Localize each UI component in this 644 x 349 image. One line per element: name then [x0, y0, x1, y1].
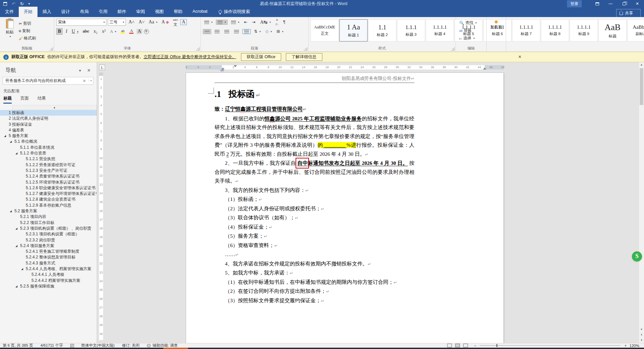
nav-close-icon[interactable]: ✕ — [87, 68, 91, 73]
style-item[interactable]: 1.1.1.1标题 8 — [541, 19, 569, 41]
page-indicator[interactable]: 第 6 页, 共 385 页 — [3, 343, 33, 348]
ribbon-tab-审阅[interactable]: 审阅 — [131, 7, 150, 17]
collapse-triangle-icon[interactable]: ◢ — [15, 243, 20, 249]
search-options-icon[interactable]: ▾ — [88, 79, 92, 82]
word-count[interactable]: 4/61711 个字 — [41, 343, 63, 348]
enclose-characters-button[interactable]: 字 — [144, 29, 149, 34]
font-size-combo[interactable]: 三号▾ — [108, 19, 126, 26]
indent-marker[interactable] — [234, 65, 237, 67]
shrink-font-button[interactable]: A˅ — [137, 19, 146, 25]
get-genuine-office-button[interactable]: 获取正版 Office — [241, 53, 281, 61]
nav-heading-item[interactable]: 5.2.4.3 服务方式 — [0, 260, 97, 266]
print-layout-icon[interactable] — [455, 344, 460, 347]
web-layout-icon[interactable] — [463, 344, 468, 347]
nav-heading-item[interactable]: ◢5.1.2 单位资质 — [0, 150, 97, 156]
font-color-button[interactable]: A — [128, 29, 135, 34]
doc-body[interactable]: 致：辽宁恒鑫源工程项目管理有限公司↵1、根据已收到的恒鑫源公司 2025 年工程… — [215, 105, 414, 305]
nav-heading-item[interactable]: ◢5.2.3 项目机构设置（框图） 、岗位职责 — [0, 226, 97, 231]
underline-button[interactable]: U▾ — [70, 28, 80, 34]
format-painter-button[interactable]: 🖌 格式刷 — [17, 35, 37, 41]
save-icon[interactable] — [3, 2, 7, 6]
replace-button[interactable]: ab替换 — [458, 27, 484, 34]
ribbon-tab-文件[interactable]: 文件 — [0, 7, 19, 17]
subscript-button[interactable]: x₂ — [92, 28, 99, 34]
nav-heading-item[interactable]: 5.1.2.7 健康安全与环境管理体系认证证书 — [0, 191, 97, 197]
style-item[interactable]: AaB标题 — [598, 19, 627, 41]
justify-button[interactable] — [233, 29, 240, 34]
shading-button[interactable]: ◇▾ — [264, 29, 273, 34]
nav-heading-item[interactable]: 2 法定代表人身份证明 — [0, 116, 97, 121]
read-mode-icon[interactable] — [447, 344, 452, 347]
distribute-button[interactable] — [242, 29, 251, 34]
nav-tab-页面[interactable]: 页面 — [20, 96, 29, 104]
learn-more-button[interactable]: 了解详细信息 — [286, 53, 322, 61]
borders-button[interactable]: ⊞▾ — [275, 29, 285, 34]
nav-heading-item[interactable]: 1 投标函 — [0, 110, 97, 116]
style-item[interactable]: AaBbCc副标题 — [627, 19, 644, 41]
nav-heading-item[interactable]: 5.2.3.2 岗位职责 — [0, 237, 97, 243]
restore-button[interactable] — [617, 0, 631, 7]
ribbon-tab-布局[interactable]: 布局 — [75, 7, 94, 17]
ribbon-tab-视图[interactable]: 视图 — [150, 7, 169, 17]
previous-page-icon[interactable]: ⇞ — [639, 332, 644, 338]
font-dialog-launcher[interactable] — [196, 47, 199, 50]
zoom-out-icon[interactable]: − — [474, 344, 476, 348]
nav-heading-item[interactable]: ◢5.2.5 服务保障措施 — [0, 283, 97, 289]
indent-marker[interactable] — [221, 68, 225, 70]
text-effects-button[interactable]: A▾ — [109, 29, 118, 34]
find-button[interactable]: 🔍查找▾ — [458, 20, 484, 26]
addin-icon[interactable] — [495, 20, 498, 23]
align-right-button[interactable] — [223, 29, 231, 34]
nav-search-input[interactable]: 劳务服务工作内容与合同价款构成 ✕ ▾ — [3, 77, 93, 85]
right-indent-marker[interactable] — [483, 68, 486, 70]
language-indicator[interactable]: 简体中文(中国大陆) — [81, 343, 115, 348]
ribbon-tab-插入[interactable]: 插入 — [37, 7, 56, 17]
style-item[interactable]: 1.1.1.1标题 7 — [512, 19, 540, 41]
track-changes-indicator[interactable]: 修订: 关闭 — [122, 343, 139, 348]
nav-heading-item[interactable]: 5.1.2.9 基本存款账户信息 — [0, 203, 97, 208]
nav-heading-item[interactable]: 5.1.2.5 环境管理体系认证证书 — [0, 180, 97, 185]
character-border-button[interactable]: A — [180, 19, 186, 25]
vertical-ruler[interactable]: 1234567891011121314151617181920212223242… — [98, 73, 104, 343]
document-page[interactable]: 朝阳县易成劳务有限公司-投标文件↵ .1投标函 ↵ 致：辽宁恒鑫源工程项目管理有… — [186, 73, 504, 343]
ribbon-tab-设计[interactable]: 设计 — [56, 7, 75, 17]
nav-heading-item[interactable]: 5.2.4.1 劳务施工管理规章制度 — [0, 249, 97, 254]
jump-to-top-bar[interactable]: ▲ — [12, 105, 97, 110]
sort-button[interactable]: AZ↓ — [274, 18, 280, 26]
nav-heading-item[interactable]: 4 偏差表 — [0, 127, 97, 133]
proofing-icon[interactable]: ✗ — [70, 344, 74, 347]
collapse-triangle-icon[interactable]: ◢ — [10, 208, 14, 214]
search-clear-icon[interactable]: ✕ — [83, 79, 86, 83]
styles-dialog-launcher[interactable] — [451, 47, 455, 50]
copy-button[interactable]: ⧉ 复制 — [17, 28, 37, 34]
nav-heading-item[interactable]: 5.1.2.8 建筑业企业资质证书 — [0, 197, 97, 202]
nav-heading-item[interactable]: 5.2.4.2 整体设想及管理目标 — [0, 254, 97, 260]
next-page-icon[interactable]: ⇟ — [639, 338, 644, 343]
bullets-button[interactable]: ▾ — [203, 20, 214, 24]
nav-tab-标题[interactable]: 标题 — [3, 96, 12, 104]
nav-heading-item[interactable]: 3 投标保证金 — [0, 122, 97, 127]
minimize-button[interactable]: — — [604, 0, 617, 7]
collapse-triangle-icon[interactable]: ◢ — [15, 226, 20, 231]
highlight-color-button[interactable]: ab — [119, 29, 126, 34]
style-item[interactable]: 1.1.1.1标题 4 — [426, 19, 454, 41]
style-item[interactable]: 1 Aa标题 1 — [339, 19, 368, 41]
nav-heading-item[interactable]: 5.1.2.6 职业健康安全管理体系认证证书 — [0, 185, 97, 191]
align-left-button[interactable] — [203, 29, 211, 34]
asian-layout-button[interactable]: A↹▾ — [259, 19, 272, 25]
nav-heading-item[interactable]: 5.2.2 项目工作目标 — [0, 220, 97, 226]
change-case-button[interactable]: Aa▾ — [147, 19, 159, 25]
nav-heading-item[interactable]: ◢5.2.4.4 人员考核、档案管理实施方案 — [0, 266, 97, 272]
style-item[interactable]: 1.1标题 2 — [368, 19, 396, 41]
tell-me-search[interactable]: 操作说明搜索 — [219, 9, 250, 17]
clear-formatting-button[interactable]: A◆ — [160, 19, 170, 25]
floating-assistant-icon[interactable]: S — [632, 251, 642, 261]
collapse-triangle-icon[interactable]: ◢ — [4, 133, 9, 139]
nav-heading-item[interactable]: 5.1.1 单位基本情况 — [0, 145, 97, 150]
undo-icon[interactable]: ↶ — [12, 1, 15, 6]
accessibility-status[interactable]: 辅助功能: 调查 — [153, 343, 178, 348]
close-button[interactable]: ✕ — [631, 0, 644, 7]
select-button[interactable]: ▻选择▾ — [458, 35, 484, 41]
show-hide-marks-button[interactable]: ¶ — [282, 19, 287, 25]
addins-button[interactable]: 加载项 — [490, 25, 503, 29]
